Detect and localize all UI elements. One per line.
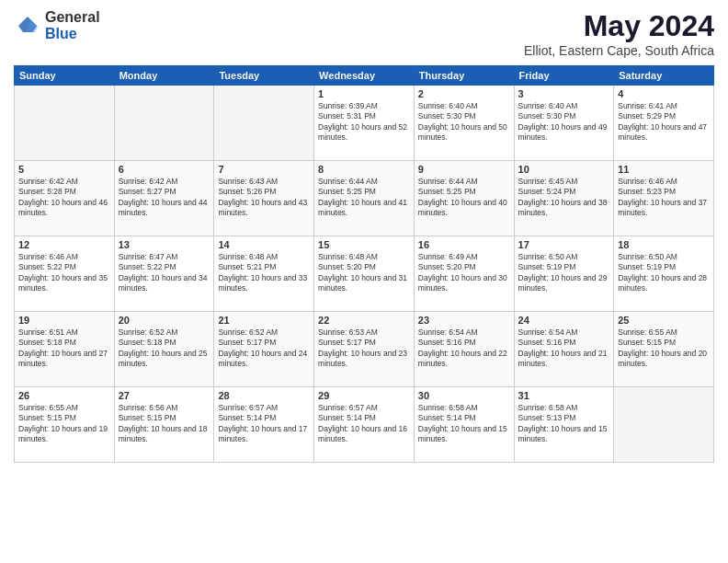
calendar-body: 1Sunrise: 6:39 AM Sunset: 5:31 PM Daylig… [15, 86, 714, 463]
day-info: Sunrise: 6:55 AM Sunset: 5:15 PM Dayligh… [618, 327, 710, 370]
day-info: Sunrise: 6:57 AM Sunset: 5:14 PM Dayligh… [318, 403, 410, 445]
cell-2-7: 11Sunrise: 6:46 AM Sunset: 5:23 PM Dayli… [614, 161, 714, 236]
day-info: Sunrise: 6:53 AM Sunset: 5:17 PM Dayligh… [318, 327, 410, 370]
day-number: 29 [318, 390, 410, 401]
day-info: Sunrise: 6:48 AM Sunset: 5:20 PM Dayligh… [318, 252, 410, 294]
day-number: 1 [318, 88, 410, 99]
cell-5-5: 30Sunrise: 6:58 AM Sunset: 5:14 PM Dayli… [414, 387, 514, 463]
day-info: Sunrise: 6:39 AM Sunset: 5:31 PM Dayligh… [318, 101, 410, 144]
day-info: Sunrise: 6:49 AM Sunset: 5:20 PM Dayligh… [418, 252, 510, 294]
day-number: 12 [18, 239, 110, 250]
cell-1-7: 4Sunrise: 6:41 AM Sunset: 5:29 PM Daylig… [614, 86, 714, 161]
calendar-table: Sunday Monday Tuesday Wednesday Thursday… [14, 65, 714, 463]
cell-4-1: 19Sunrise: 6:51 AM Sunset: 5:18 PM Dayli… [15, 312, 115, 387]
header-wednesday: Wednesday [314, 66, 415, 86]
day-info: Sunrise: 6:42 AM Sunset: 5:27 PM Dayligh… [119, 177, 210, 219]
cell-4-3: 21Sunrise: 6:52 AM Sunset: 5:17 PM Dayli… [214, 312, 314, 387]
day-info: Sunrise: 6:47 AM Sunset: 5:22 PM Dayligh… [119, 252, 210, 294]
cell-4-2: 20Sunrise: 6:52 AM Sunset: 5:18 PM Dayli… [114, 312, 214, 387]
header-sunday: Sunday [15, 66, 115, 86]
cell-5-2: 27Sunrise: 6:56 AM Sunset: 5:15 PM Dayli… [114, 387, 214, 463]
header-saturday: Saturday [614, 66, 714, 86]
cell-2-1: 5Sunrise: 6:42 AM Sunset: 5:28 PM Daylig… [15, 161, 115, 236]
cell-1-2 [114, 86, 214, 161]
cell-2-6: 10Sunrise: 6:45 AM Sunset: 5:24 PM Dayli… [514, 161, 614, 236]
day-number: 18 [618, 239, 710, 250]
day-info: Sunrise: 6:45 AM Sunset: 5:24 PM Dayligh… [518, 177, 610, 219]
day-info: Sunrise: 6:58 AM Sunset: 5:14 PM Dayligh… [418, 403, 510, 445]
day-info: Sunrise: 6:51 AM Sunset: 5:18 PM Dayligh… [18, 327, 110, 370]
cell-3-6: 17Sunrise: 6:50 AM Sunset: 5:19 PM Dayli… [514, 236, 614, 312]
day-number: 15 [318, 239, 410, 250]
week-row-5: 26Sunrise: 6:55 AM Sunset: 5:15 PM Dayli… [15, 387, 714, 463]
title-block: May 2024 Elliot, Eastern Cape, South Afr… [524, 9, 714, 58]
cell-2-2: 6Sunrise: 6:42 AM Sunset: 5:27 PM Daylig… [114, 161, 214, 236]
day-number: 3 [518, 88, 610, 99]
calendar-header: Sunday Monday Tuesday Wednesday Thursday… [15, 66, 714, 86]
day-number: 20 [119, 315, 210, 326]
day-number: 19 [18, 315, 110, 326]
day-info: Sunrise: 6:43 AM Sunset: 5:26 PM Dayligh… [218, 177, 310, 219]
cell-5-3: 28Sunrise: 6:57 AM Sunset: 5:14 PM Dayli… [214, 387, 314, 463]
day-info: Sunrise: 6:57 AM Sunset: 5:14 PM Dayligh… [218, 403, 310, 445]
day-info: Sunrise: 6:50 AM Sunset: 5:19 PM Dayligh… [618, 252, 710, 294]
cell-3-5: 16Sunrise: 6:49 AM Sunset: 5:20 PM Dayli… [414, 236, 514, 312]
day-info: Sunrise: 6:44 AM Sunset: 5:25 PM Dayligh… [318, 177, 410, 219]
cell-1-5: 2Sunrise: 6:40 AM Sunset: 5:30 PM Daylig… [414, 86, 514, 161]
cell-1-1 [15, 86, 115, 161]
day-number: 4 [618, 88, 710, 99]
header-thursday: Thursday [414, 66, 514, 86]
week-row-4: 19Sunrise: 6:51 AM Sunset: 5:18 PM Dayli… [15, 312, 714, 387]
day-number: 17 [518, 239, 610, 250]
day-info: Sunrise: 6:46 AM Sunset: 5:22 PM Dayligh… [18, 252, 110, 294]
cell-1-6: 3Sunrise: 6:40 AM Sunset: 5:30 PM Daylig… [514, 86, 614, 161]
cell-5-6: 31Sunrise: 6:58 AM Sunset: 5:13 PM Dayli… [514, 387, 614, 463]
day-info: Sunrise: 6:52 AM Sunset: 5:18 PM Dayligh… [119, 327, 210, 370]
logo-general: General [45, 9, 100, 26]
day-info: Sunrise: 6:41 AM Sunset: 5:29 PM Dayligh… [618, 101, 710, 144]
header: General Blue May 2024 Elliot, Eastern Ca… [14, 9, 714, 58]
day-number: 14 [218, 239, 310, 250]
day-info: Sunrise: 6:40 AM Sunset: 5:30 PM Dayligh… [518, 101, 610, 144]
cell-5-7 [614, 387, 714, 463]
cell-2-5: 9Sunrise: 6:44 AM Sunset: 5:25 PM Daylig… [414, 161, 514, 236]
day-number: 22 [318, 315, 410, 326]
day-number: 28 [218, 390, 310, 401]
cell-4-7: 25Sunrise: 6:55 AM Sunset: 5:15 PM Dayli… [614, 312, 714, 387]
day-number: 10 [518, 164, 610, 175]
cell-2-4: 8Sunrise: 6:44 AM Sunset: 5:25 PM Daylig… [314, 161, 415, 236]
day-number: 16 [418, 239, 510, 250]
cell-3-1: 12Sunrise: 6:46 AM Sunset: 5:22 PM Dayli… [15, 236, 115, 312]
day-number: 8 [318, 164, 410, 175]
day-info: Sunrise: 6:58 AM Sunset: 5:13 PM Dayligh… [518, 403, 610, 445]
cell-5-4: 29Sunrise: 6:57 AM Sunset: 5:14 PM Dayli… [314, 387, 415, 463]
day-number: 24 [518, 315, 610, 326]
day-number: 13 [119, 239, 210, 250]
day-number: 23 [418, 315, 510, 326]
day-info: Sunrise: 6:52 AM Sunset: 5:17 PM Dayligh… [218, 327, 310, 370]
header-tuesday: Tuesday [214, 66, 314, 86]
week-row-1: 1Sunrise: 6:39 AM Sunset: 5:31 PM Daylig… [15, 86, 714, 161]
day-info: Sunrise: 6:42 AM Sunset: 5:28 PM Dayligh… [18, 177, 110, 219]
cell-2-3: 7Sunrise: 6:43 AM Sunset: 5:26 PM Daylig… [214, 161, 314, 236]
cell-3-7: 18Sunrise: 6:50 AM Sunset: 5:19 PM Dayli… [614, 236, 714, 312]
day-info: Sunrise: 6:54 AM Sunset: 5:16 PM Dayligh… [518, 327, 610, 370]
header-friday: Friday [514, 66, 614, 86]
day-number: 21 [218, 315, 310, 326]
day-info: Sunrise: 6:44 AM Sunset: 5:25 PM Dayligh… [418, 177, 510, 219]
logo-icon [14, 12, 41, 40]
header-row: Sunday Monday Tuesday Wednesday Thursday… [15, 66, 714, 86]
cell-1-4: 1Sunrise: 6:39 AM Sunset: 5:31 PM Daylig… [314, 86, 415, 161]
day-info: Sunrise: 6:48 AM Sunset: 5:21 PM Dayligh… [218, 252, 310, 294]
day-number: 11 [618, 164, 710, 175]
cell-4-6: 24Sunrise: 6:54 AM Sunset: 5:16 PM Dayli… [514, 312, 614, 387]
day-info: Sunrise: 6:54 AM Sunset: 5:16 PM Dayligh… [418, 327, 510, 370]
cell-3-3: 14Sunrise: 6:48 AM Sunset: 5:21 PM Dayli… [214, 236, 314, 312]
day-number: 26 [18, 390, 110, 401]
page: General Blue May 2024 Elliot, Eastern Ca… [0, 0, 728, 563]
day-number: 27 [119, 390, 210, 401]
day-info: Sunrise: 6:50 AM Sunset: 5:19 PM Dayligh… [518, 252, 610, 294]
cell-3-4: 15Sunrise: 6:48 AM Sunset: 5:20 PM Dayli… [314, 236, 415, 312]
week-row-3: 12Sunrise: 6:46 AM Sunset: 5:22 PM Dayli… [15, 236, 714, 312]
day-number: 5 [18, 164, 110, 175]
